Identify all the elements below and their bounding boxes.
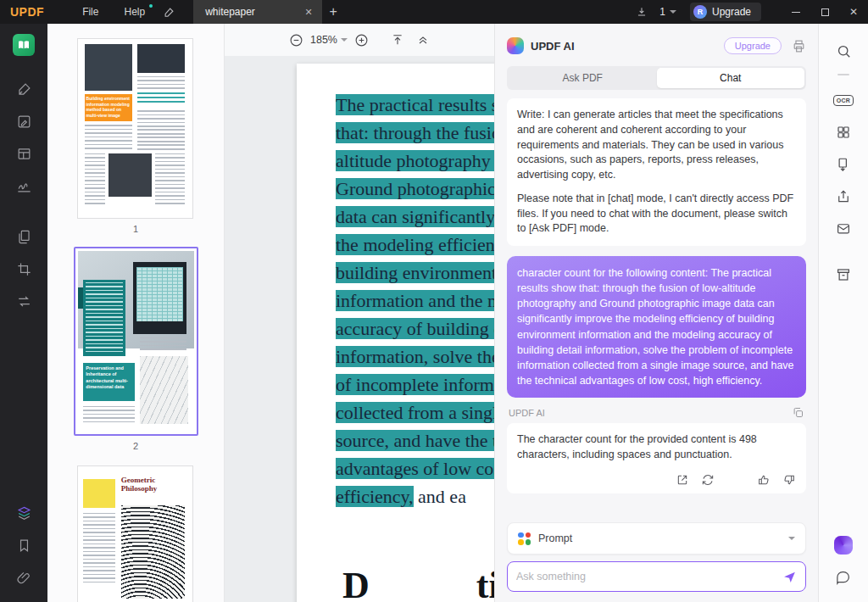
share-button[interactable] — [836, 181, 851, 213]
archive-button[interactable] — [836, 259, 851, 291]
zoom-out-button[interactable] — [289, 33, 303, 47]
bookmark-tool-button[interactable] — [0, 529, 47, 561]
minimize-button[interactable] — [782, 0, 810, 24]
extract-page-button[interactable] — [836, 148, 851, 181]
edit-tool-button[interactable] — [0, 105, 47, 137]
organize-pages-button[interactable] — [836, 116, 851, 148]
form-tool-button[interactable] — [0, 137, 47, 170]
ai-panel-header: UPDF AI Upgrade — [507, 29, 806, 63]
table-icon — [16, 146, 32, 162]
pdf-heading: Dti — [342, 571, 494, 599]
right-toolbar: OCR — [818, 24, 868, 602]
print-icon[interactable] — [792, 39, 806, 53]
close-button[interactable]: ✕ — [839, 0, 868, 24]
zoom-in-button[interactable] — [354, 33, 369, 47]
sketch-block — [140, 356, 187, 425]
convert-tool-button[interactable] — [0, 285, 47, 317]
sign-tool-button[interactable] — [0, 170, 47, 202]
comment-tool-button[interactable] — [0, 73, 47, 105]
orange-title-box: Building environment information modelin… — [85, 94, 133, 121]
thumbnail-panel: Building environment information modelin… — [47, 24, 225, 602]
pdf-text-block: The practical results show that: through… — [297, 64, 494, 599]
upgrade-button[interactable]: R Upgrade — [690, 3, 761, 21]
op-art-image — [121, 505, 186, 599]
text-lines — [83, 406, 134, 424]
text-lines — [155, 153, 185, 207]
ask-input-box — [507, 561, 806, 592]
zoom-level[interactable]: 185% — [310, 34, 337, 46]
signature-icon — [16, 178, 32, 194]
pen-nib-icon — [16, 81, 32, 98]
new-tab-button[interactable]: + — [322, 4, 344, 20]
highlighted-line: accuracy of building detail — [336, 318, 494, 339]
chevron-down-icon — [670, 10, 676, 14]
heading-fragment: ti — [476, 565, 494, 602]
scroll-to-top-button[interactable] — [391, 33, 404, 47]
tab-close-icon[interactable]: ✕ — [302, 7, 315, 18]
copy-icon[interactable] — [792, 406, 804, 419]
highlighted-text-lines — [137, 92, 186, 103]
menu-file[interactable]: File — [70, 0, 111, 24]
regenerate-icon[interactable] — [701, 473, 715, 487]
maximize-button[interactable] — [810, 0, 839, 24]
comment-bubble-icon — [836, 570, 851, 585]
thumbnail-page-3[interactable]: Geometric Philosophy — [77, 465, 193, 602]
menu-help[interactable]: Help — [111, 0, 158, 24]
document-tab[interactable]: whitepaper ✕ — [193, 0, 322, 24]
comment-panel-button[interactable] — [836, 561, 851, 594]
yellow-block — [83, 479, 115, 508]
assistant-intro-message: Write: I can generate articles that meet… — [507, 98, 806, 246]
tab-ask-pdf[interactable]: Ask PDF — [509, 68, 657, 88]
page-indicator-value: 1 — [659, 6, 665, 18]
page3-title: Geometric Philosophy — [121, 476, 186, 493]
updf-ai-logo-icon — [507, 37, 524, 54]
prompt-selector-label: Prompt — [538, 532, 788, 544]
photo-block — [108, 153, 152, 197]
response-label-row: UPDF AI — [509, 406, 804, 419]
crop-tool-button[interactable] — [0, 253, 47, 285]
zoom-dropdown-icon[interactable] — [341, 38, 348, 42]
layers-tool-button[interactable] — [0, 497, 47, 529]
page-number-label: 2 — [74, 441, 198, 451]
user-message-bubble: character count for the following conten… — [507, 256, 806, 398]
titlebar: UPDF File Help whitepaper ✕ + 1 R Upgrad… — [0, 0, 868, 24]
spreadsheet-screen — [136, 267, 183, 321]
open-external-icon[interactable] — [676, 473, 689, 487]
ask-input[interactable] — [516, 571, 782, 582]
ai-upgrade-button[interactable]: Upgrade — [724, 37, 782, 54]
attachment-tool-button[interactable] — [0, 561, 47, 594]
bookmark-icon — [16, 538, 32, 554]
mail-button[interactable] — [836, 213, 851, 245]
text-lines — [137, 110, 186, 149]
teal-tab — [78, 287, 84, 309]
highlighted-line: information, solve the problem — [336, 346, 494, 367]
updf-ai-button[interactable] — [834, 529, 853, 561]
thumbs-up-icon[interactable] — [757, 473, 771, 487]
pages-icon — [16, 229, 32, 245]
avatar: R — [693, 5, 707, 19]
thumbnail-page-1[interactable]: Building environment information modelin… — [77, 38, 193, 219]
page-indicator-dropdown[interactable]: 1 — [659, 6, 676, 18]
search-button[interactable] — [836, 35, 852, 67]
page-arrow-icon — [836, 157, 851, 172]
organize-pages-button[interactable] — [0, 220, 47, 253]
response-text: The character count for the provided con… — [517, 432, 796, 463]
update-dot — [149, 4, 153, 8]
share-icon — [836, 189, 851, 204]
thumbs-down-icon[interactable] — [782, 473, 796, 487]
maximize-icon — [821, 8, 829, 16]
pdf-page[interactable]: The practical results show that: through… — [297, 64, 494, 602]
tab-chat[interactable]: Chat — [657, 68, 805, 88]
pen-icon[interactable] — [158, 0, 180, 24]
thumbnail-page-2-selected[interactable]: Preservation and Inheritance of architec… — [74, 247, 198, 436]
ocr-button[interactable]: OCR — [833, 84, 854, 116]
collapse-up-button[interactable] — [416, 33, 430, 47]
updf-logo: UPDF — [10, 5, 44, 19]
toolbar-divider — [837, 74, 849, 75]
download-icon[interactable] — [631, 0, 653, 24]
prompt-selector[interactable]: Prompt — [507, 522, 806, 555]
reader-tool-button[interactable] — [13, 34, 35, 56]
minimize-icon — [792, 12, 800, 13]
assistant-response-card: The character count for the provided con… — [507, 423, 806, 493]
send-icon[interactable] — [782, 570, 797, 584]
